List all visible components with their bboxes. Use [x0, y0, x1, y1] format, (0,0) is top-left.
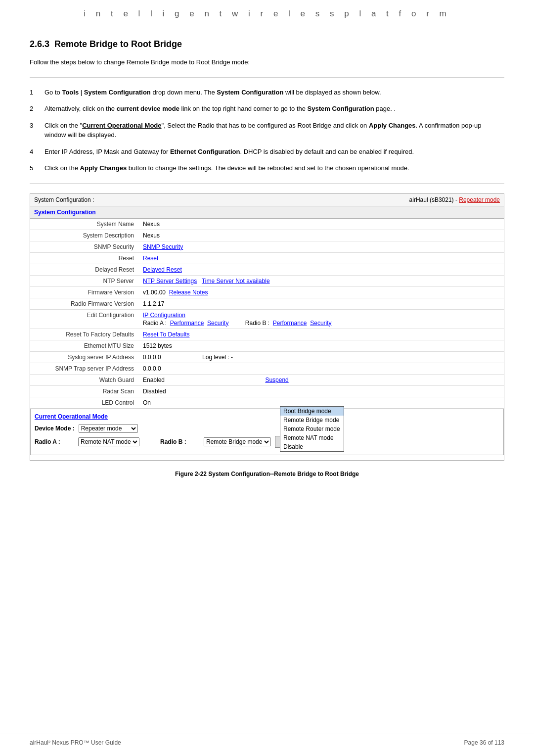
row-edit-config: Edit Configuration IP Configuration Radi…: [30, 309, 504, 329]
radio-b-performance-link[interactable]: Performance: [273, 320, 307, 327]
row-system-name: System Name Nexus: [30, 219, 504, 230]
dropdown-option-remote-router[interactable]: Remote Router mode: [280, 425, 344, 433]
step-5: 5 Click on the Apply Changes button to c…: [30, 163, 504, 173]
sysconfig-label: System Configuration :: [34, 196, 94, 203]
sysconfig-table: System Name Nexus System Description Nex…: [30, 219, 504, 409]
sysconfig-header-bar: System Configuration : airHaul (sB3021) …: [30, 194, 504, 206]
row-ntp-server: NTP Server NTP Server Settings Time Serv…: [30, 275, 504, 286]
dropdown-option-remote-nat[interactable]: Remote NAT mode: [280, 433, 344, 442]
dropdown-option-remote-bridge[interactable]: Remote Bridge mode: [280, 416, 344, 425]
time-server-link[interactable]: Time Server Not available: [202, 278, 270, 284]
footer-left: airHaul² Nexus PRO™ User Guide: [30, 739, 121, 746]
ip-configuration-link[interactable]: IP Configuration: [143, 312, 185, 319]
row-radio-firmware: Radio Firmware Version 1.1.2.17: [30, 298, 504, 309]
sysconfig-header-link[interactable]: System Configuration: [30, 206, 504, 219]
steps-list: 1 Go to Tools | System Configuration dro…: [30, 88, 504, 173]
device-mode-row: Device Mode : Repeater mode: [35, 424, 499, 433]
row-led-control: LED Control On: [30, 397, 504, 408]
row-syslog: Syslog server IP Address 0.0.0.0 Log lev…: [30, 351, 504, 363]
row-factory-defaults: Reset To Factory Defaults Reset To Defau…: [30, 329, 504, 340]
op-mode-panel: Current Operational Mode Device Mode : R…: [30, 409, 504, 455]
delayed-reset-link[interactable]: Delayed Reset: [143, 266, 182, 273]
row-mtu: Ethernet MTU Size 1512 bytes: [30, 340, 504, 351]
sysconfig-device-info: airHaul (sB3021) - Repeater mode: [409, 196, 500, 203]
section-divider: [30, 77, 504, 78]
dropdown-option-root-bridge[interactable]: Root Bridge mode: [280, 407, 344, 416]
row-snmp-security: SNMP Security SNMP Security: [30, 241, 504, 252]
release-notes-link[interactable]: Release Notes: [169, 289, 208, 296]
row-radar-scan: Radar Scan Disabled: [30, 385, 504, 397]
radio-b-security-link[interactable]: Security: [310, 320, 331, 327]
bottom-section: Root Bridge mode Remote Bridge mode Remo…: [30, 409, 504, 455]
radio-a-performance-link[interactable]: Performance: [170, 320, 204, 327]
snmp-security-link[interactable]: SNMP Security: [143, 243, 183, 250]
repeater-mode-link[interactable]: Repeater mode: [459, 196, 500, 203]
header: i n t e l l i g e n t w i r e l e s s p …: [0, 0, 534, 24]
header-title: i n t e l l i g e n t w i r e l e s s p …: [84, 9, 450, 18]
dropdown-popup: Root Bridge mode Remote Bridge mode Remo…: [280, 406, 344, 452]
device-mode-label: Device Mode :: [35, 425, 75, 432]
section-heading: 2.6.3 Remote Bridge to Root Bridge: [30, 39, 504, 49]
row-system-desc: System Description Nexus: [30, 230, 504, 241]
footer-right: Page 36 of 113: [464, 739, 504, 746]
sysconfig-panel: System Configuration : airHaul (sB3021) …: [30, 193, 504, 461]
step-2: 2 Alternatively, click on the current de…: [30, 104, 504, 114]
reset-link[interactable]: Reset: [143, 255, 158, 262]
ntp-server-settings-link[interactable]: NTP Server Settings: [143, 278, 197, 284]
radio-a-select[interactable]: Remote NAT mode: [78, 437, 139, 446]
device-mode-select[interactable]: Repeater mode: [79, 424, 138, 433]
step-3: 3 Click on the "Current Operational Mode…: [30, 121, 504, 140]
radio-row: Radio A : Remote NAT mode Radio B : Remo…: [35, 436, 499, 448]
intro-text: Follow the steps below to change Remote …: [30, 57, 504, 67]
dropdown-option-disable[interactable]: Disable: [280, 442, 344, 451]
row-reset: Reset Reset: [30, 252, 504, 264]
reset-to-defaults-link[interactable]: Reset To Defaults: [143, 331, 190, 338]
section-divider-2: [30, 183, 504, 184]
row-watchguard: Watch Guard Enabled Suspend: [30, 374, 504, 385]
radio-b-select[interactable]: Remote Bridge mode: [204, 437, 271, 446]
row-firmware: Firmware Version v1.00.00 Release Notes: [30, 286, 504, 298]
suspend-link[interactable]: Suspend: [265, 377, 288, 383]
step-1: 1 Go to Tools | System Configuration dro…: [30, 88, 504, 97]
step-4: 4 Enter IP Address, IP Mask and Gateway …: [30, 147, 504, 157]
op-mode-header[interactable]: Current Operational Mode: [35, 413, 499, 420]
row-delayed-reset: Delayed Reset Delayed Reset: [30, 264, 504, 275]
row-snmp-trap: SNMP Trap server IP Address 0.0.0.0: [30, 363, 504, 374]
footer: airHaul² Nexus PRO™ User Guide Page 36 o…: [0, 734, 534, 746]
radio-a-security-link[interactable]: Security: [207, 320, 228, 327]
figure-caption: Figure 2-22 System Configuration--Remote…: [30, 471, 504, 477]
radio-b-label: Radio B :: [160, 438, 200, 445]
radio-a-label: Radio A :: [35, 438, 74, 445]
